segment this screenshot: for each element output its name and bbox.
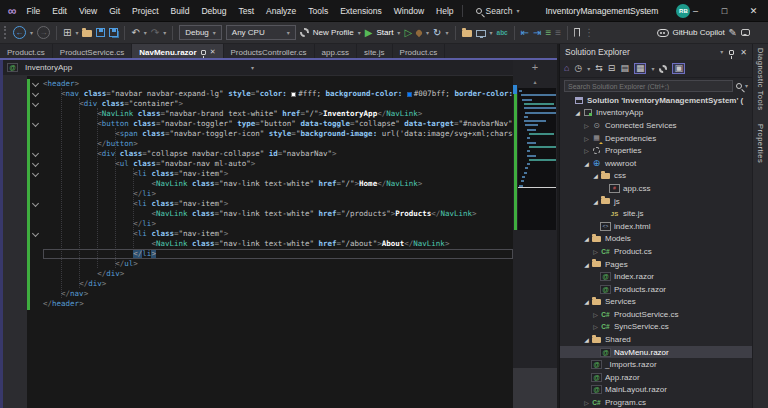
menu-tools[interactable]: Tools <box>307 5 329 17</box>
collapsed-arrow-icon[interactable]: ▷ <box>591 323 600 330</box>
minimap[interactable] <box>518 88 556 230</box>
menu-analyze[interactable]: Analyze <box>265 5 297 17</box>
tree-item-index.html[interactable]: <>index.html <box>560 220 752 233</box>
send-feedback-icon[interactable]: ✎ <box>729 28 737 38</box>
document-tab-productscontroller.cs[interactable]: ProductsController.cs <box>224 44 315 60</box>
pin-icon[interactable] <box>729 50 734 55</box>
menu-view[interactable]: View <box>78 5 98 17</box>
menu-file[interactable]: File <box>26 5 42 17</box>
hot-reload-caret-icon[interactable]: ▾ <box>426 30 429 36</box>
breadcrumb-caret-icon[interactable]: ▾ <box>251 64 254 71</box>
new-profile-caret-icon[interactable]: ▾ <box>358 30 361 36</box>
hot-reload-icon[interactable] <box>415 28 423 36</box>
editor-glyph-margin[interactable] <box>3 76 27 408</box>
tree-item-index.razor[interactable]: @Index.razor <box>560 270 752 283</box>
tree-item-productservice.cs[interactable]: ▷C#ProductService.cs <box>560 308 752 321</box>
redo-caret-icon[interactable]: ▾ <box>163 30 166 36</box>
collapsed-arrow-icon[interactable]: ▷ <box>582 122 591 129</box>
solution-explorer-header[interactable]: Solution Explorer ▾ ✕ <box>560 44 752 60</box>
start-without-debugging-icon[interactable]: ▷ <box>404 28 412 38</box>
code-line[interactable]: <div class="container"> <box>43 99 513 109</box>
code-line[interactable]: <li class="nav-item"> <box>43 169 513 179</box>
tree-item-inventoryapp[interactable]: ◢InventoryApp <box>560 107 752 120</box>
toggle-bookmark-icon[interactable] <box>574 28 580 37</box>
tree-item-program.cs[interactable]: ▷C#Program.cs <box>560 396 752 408</box>
show-all-files-caret-icon[interactable]: ▾ <box>651 66 654 72</box>
code-line[interactable]: <ul class="navbar-nav ml-auto"> <box>43 159 513 169</box>
navigate-forward-icon[interactable]: → <box>37 26 50 39</box>
save-all-icon[interactable] <box>109 28 118 37</box>
indent-icon[interactable]: ⇥ <box>533 28 541 38</box>
new-profile-label[interactable]: New Profile <box>313 28 354 37</box>
menu-extensions[interactable]: Extensions <box>339 5 383 17</box>
tree-item-site.js[interactable]: JSsite.js <box>560 207 752 220</box>
code-line[interactable]: <nav class="navbar navbar-expand-lg" sty… <box>43 89 513 99</box>
new-project-icon[interactable]: ⊞ <box>63 28 71 38</box>
window-position-icon[interactable]: ▾ <box>720 49 723 55</box>
properties-pages-icon[interactable]: ▤ <box>620 64 629 73</box>
fold-chevron-icon[interactable] <box>32 80 39 87</box>
undo-caret-icon[interactable]: ▾ <box>144 30 147 36</box>
tree-item--imports.razor[interactable]: @_Imports.razor <box>560 358 752 371</box>
browser-caret-icon[interactable]: ▾ <box>490 30 493 36</box>
gear-icon[interactable] <box>300 28 309 37</box>
tree-item-app.razor[interactable]: @App.razor <box>560 371 752 384</box>
navigate-back-caret-icon[interactable]: ▾ <box>30 30 33 36</box>
code-line[interactable]: <div class="collapse navbar-collapse" id… <box>43 149 513 159</box>
tree-item-models[interactable]: ◢Models <box>560 233 752 246</box>
start-caret-icon[interactable]: ▾ <box>397 30 400 36</box>
menu-build[interactable]: Build <box>170 5 191 17</box>
abc-check-icon[interactable]: abc <box>497 29 508 36</box>
tree-item-dependencies[interactable]: ▷▦Dependencies <box>560 132 752 145</box>
scrollbar-track-bottom[interactable] <box>513 368 557 408</box>
solution-configuration-dropdown[interactable]: Debug ▾ <box>179 25 222 40</box>
restart-caret-icon[interactable]: ▾ <box>445 30 448 36</box>
show-all-files-icon[interactable]: ▦ <box>634 63 647 74</box>
start-button-label[interactable]: Start <box>376 28 393 37</box>
code-line[interactable]: <NavLink class="navbar-brand text-white"… <box>43 109 513 119</box>
undo-icon[interactable]: ↶ <box>131 28 139 38</box>
fold-chevron-icon[interactable] <box>32 200 39 207</box>
unindent-icon[interactable]: ⇤ <box>521 28 529 38</box>
code-line[interactable]: </li> <box>43 249 513 259</box>
github-copilot-label[interactable]: GitHub Copilot <box>673 28 725 37</box>
copilot-chat-icon[interactable] <box>741 29 750 36</box>
menu-debug[interactable]: Debug <box>200 5 227 17</box>
side-tab-diagnostic-tools[interactable]: Diagnostic Tools <box>756 48 765 110</box>
close-button[interactable]: ✕ <box>739 0 768 22</box>
collapsed-arrow-icon[interactable]: ▷ <box>591 311 600 318</box>
code-lines[interactable]: <header> <nav class="navbar navbar-expan… <box>43 79 513 309</box>
tree-item-solution-inventorymanagementsystem-[interactable]: Solution 'InventoryManagementSystem' ( <box>560 94 752 107</box>
code-line[interactable]: <li class="nav-item"> <box>43 199 513 209</box>
menu-edit[interactable]: Edit <box>51 5 68 17</box>
fold-chevron-icon[interactable] <box>32 150 39 157</box>
close-tab-icon[interactable]: ✕ <box>210 48 216 56</box>
collapsed-arrow-icon[interactable]: ▷ <box>591 248 600 255</box>
fold-chevron-icon[interactable] <box>32 120 39 127</box>
expanded-arrow-icon[interactable]: ◢ <box>582 160 591 167</box>
navigate-back-icon[interactable]: ← <box>13 26 26 39</box>
tree-item-pages[interactable]: ◢Pages <box>560 258 752 271</box>
code-line[interactable]: </nav> <box>43 289 513 299</box>
fold-chevron-icon[interactable] <box>32 100 39 107</box>
tree-item-services[interactable]: ◢Services <box>560 296 752 309</box>
expanded-arrow-icon[interactable]: ◢ <box>573 109 582 116</box>
comment-icon[interactable]: ≡ <box>546 28 552 38</box>
expanded-arrow-icon[interactable]: ◢ <box>591 198 600 205</box>
fold-chevron-icon[interactable] <box>32 160 39 167</box>
code-line[interactable]: <header> <box>43 79 513 89</box>
collapsed-arrow-icon[interactable]: ▷ <box>582 135 591 142</box>
code-editor[interactable]: @ InventoryApp ▾ <header> <nav class="na… <box>0 60 513 408</box>
editor-scrollbar-column[interactable]: + ▴ <box>513 60 557 408</box>
restart-icon[interactable]: ↻ <box>433 28 441 38</box>
tree-item-syncservice.cs[interactable]: ▷C#SyncService.cs <box>560 321 752 334</box>
tree-item-product.cs[interactable]: ▷C#Product.cs <box>560 245 752 258</box>
code-line[interactable]: </li> <box>43 189 513 199</box>
search-control[interactable]: Search ▾ <box>476 6 520 16</box>
tree-item-css[interactable]: ◢css <box>560 170 752 183</box>
code-line[interactable]: <button class="navbar-toggler" type="but… <box>43 119 513 129</box>
tree-item-wwwroot[interactable]: ◢⊕wwwroot <box>560 157 752 170</box>
pin-tab-icon[interactable] <box>201 50 206 55</box>
expanded-arrow-icon[interactable]: ◢ <box>582 336 591 343</box>
code-line[interactable]: </div> <box>43 279 513 289</box>
